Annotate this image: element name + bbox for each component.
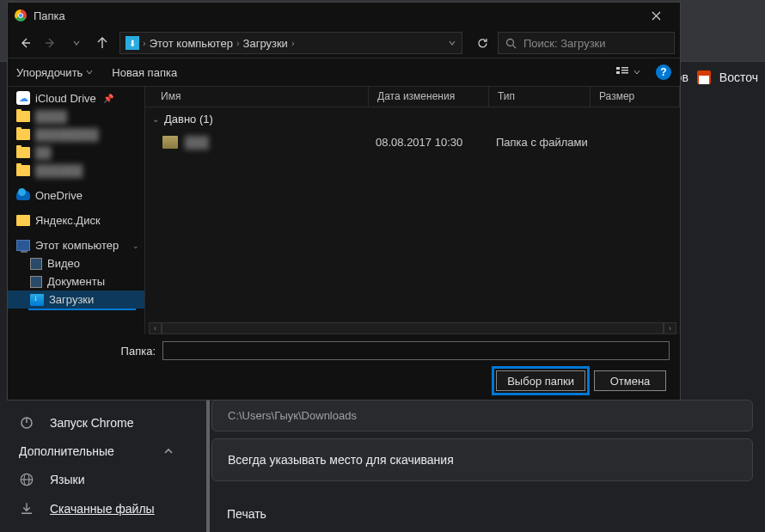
downloads-icon [30, 294, 44, 306]
navigation-bar: › Этот компьютер › Загрузки › Поиск: Заг… [8, 28, 680, 58]
onedrive-icon [16, 191, 30, 200]
close-button[interactable] [639, 3, 673, 28]
organize-button[interactable]: Упорядочить [16, 66, 93, 79]
blurred-label: ████ [35, 110, 67, 123]
tree-item-blurred[interactable]: ██████ [8, 162, 144, 180]
tree-item-blurred[interactable]: ██ [8, 144, 144, 162]
pin-icon: 📌 [103, 94, 113, 103]
up-button[interactable] [90, 31, 114, 55]
view-mode-button[interactable] [616, 66, 640, 78]
blurred-label: ████████ [35, 128, 99, 141]
recent-dropdown[interactable] [64, 31, 89, 55]
toggle-label: Всегда указывать место для скачивания [228, 453, 454, 467]
chrome-icon [15, 9, 27, 21]
col-size[interactable]: Размер [591, 87, 680, 107]
select-folder-button[interactable]: Выбор папки [496, 370, 585, 391]
list-view-icon [616, 66, 632, 78]
tree-item-blurred[interactable]: ████ [8, 107, 144, 125]
group-header[interactable]: ⌄ Давно (1) [145, 107, 680, 131]
sidebar-label: Дополнительные [19, 444, 114, 458]
dialog-toolbar: Упорядочить Новая папка ? [8, 58, 680, 87]
breadcrumb-item[interactable]: Загрузки [243, 37, 288, 50]
blurred-label: ██ [35, 146, 51, 159]
scroll-right-arrow[interactable]: › [664, 322, 676, 334]
svg-rect-7 [616, 67, 620, 70]
tree-item-icloud[interactable]: iCloud Drive 📌 [8, 89, 144, 107]
tree-item-documents[interactable]: Документы [8, 272, 144, 290]
file-date: 08.08.2017 10:30 [369, 136, 489, 149]
chevron-down-icon[interactable]: ⌄ [132, 242, 139, 250]
breadcrumb-sep: › [236, 38, 240, 48]
breadcrumb[interactable]: Этот компьютер › Загрузки › [150, 37, 295, 50]
scroll-track[interactable] [162, 322, 664, 334]
col-name[interactable]: Имя [145, 87, 369, 107]
download-path-display: C:\Users\Гыук\Downloads [211, 400, 753, 431]
sidebar-item-launch-chrome[interactable]: Запуск Chrome [0, 408, 198, 437]
download-icon [19, 501, 34, 517]
folder-input-label: Папка: [18, 345, 156, 358]
globe-icon [19, 472, 34, 487]
chevron-down-icon [86, 69, 93, 76]
group-label: Давно (1) [164, 113, 213, 125]
tree-item-blurred[interactable]: ████████ [8, 125, 144, 144]
dialog-footer: Папка: Выбор папки Отмена [8, 334, 680, 400]
help-button[interactable]: ? [656, 64, 671, 80]
svg-rect-8 [616, 71, 620, 74]
scroll-left-arrow[interactable]: ‹ [149, 322, 162, 334]
forward-button[interactable] [39, 31, 63, 55]
close-icon [652, 11, 661, 21]
svg-rect-11 [621, 72, 628, 74]
tree-label: OneDrive [35, 189, 83, 202]
tree-item-this-pc[interactable]: Этот компьютер ⌄ [8, 236, 144, 254]
breadcrumb-item[interactable]: Этот компьютер [150, 37, 233, 50]
horizontal-scrollbar[interactable]: ‹ › [149, 321, 676, 334]
computer-icon [16, 240, 30, 251]
sidebar-item-downloads[interactable]: Скачанные файлы [0, 494, 198, 523]
file-type: Папка с файлами [489, 136, 591, 149]
sidebar-section-additional[interactable]: Дополнительные [0, 437, 198, 465]
icloud-icon [16, 91, 30, 105]
search-placeholder: Поиск: Загрузки [523, 37, 606, 50]
refresh-icon[interactable] [476, 37, 489, 50]
chevron-down-icon: ⌄ [152, 114, 159, 124]
svg-rect-9 [621, 67, 628, 69]
sidebar-label: Запуск Chrome [50, 416, 133, 430]
cancel-button[interactable]: Отмена [594, 370, 666, 391]
blurred-filename: ███ [185, 136, 209, 149]
sidebar-item-languages[interactable]: Языки [0, 465, 198, 494]
folder-icon [16, 147, 30, 158]
settings-sidebar: Запуск Chrome Дополнительные Языки Скача… [0, 400, 198, 532]
folder-icon [162, 136, 178, 149]
svg-rect-10 [621, 70, 628, 71]
col-type[interactable]: Тип [489, 87, 591, 107]
tree-label: Яндекс.Диск [35, 214, 101, 227]
print-section-title: Печать [206, 492, 758, 528]
folder-icon [16, 165, 30, 176]
organize-label: Упорядочить [16, 66, 83, 79]
tree-item-onedrive[interactable]: OneDrive [8, 187, 144, 205]
partial-text: Восточ [719, 70, 758, 84]
file-row[interactable]: ███ 08.08.2017 10:30 Папка с файлами [145, 131, 680, 153]
power-icon [19, 415, 34, 431]
calendar-icon[interactable] [697, 70, 711, 84]
back-button[interactable] [13, 31, 37, 55]
folder-name-input[interactable] [162, 341, 670, 360]
folder-tree: iCloud Drive 📌 ████ ████████ ██ ██████ O… [8, 87, 145, 334]
tree-item-video[interactable]: Видео [8, 254, 144, 272]
documents-icon [30, 276, 42, 288]
address-bar[interactable]: › Этот компьютер › Загрузки › [119, 32, 462, 54]
chevron-down-icon[interactable] [448, 39, 456, 47]
always-ask-toggle-row[interactable]: Всегда указывать место для скачивания [211, 438, 753, 481]
search-input[interactable]: Поиск: Загрузки [498, 32, 675, 54]
folder-icon [16, 111, 30, 122]
breadcrumb-sep: › [291, 38, 295, 48]
new-folder-label: Новая папка [112, 66, 177, 79]
video-icon [30, 258, 42, 270]
col-date[interactable]: Дата изменения [369, 87, 489, 107]
chevron-down-icon [72, 39, 81, 47]
tree-item-yadisk[interactable]: Яндекс.Диск [8, 211, 144, 229]
folder-picker-dialog: Папка › Этот компьютер › Загрузки › [7, 2, 681, 401]
tree-label: Этот компьютер [35, 239, 119, 252]
tree-item-downloads[interactable]: Загрузки [8, 290, 144, 309]
new-folder-button[interactable]: Новая папка [112, 66, 177, 79]
